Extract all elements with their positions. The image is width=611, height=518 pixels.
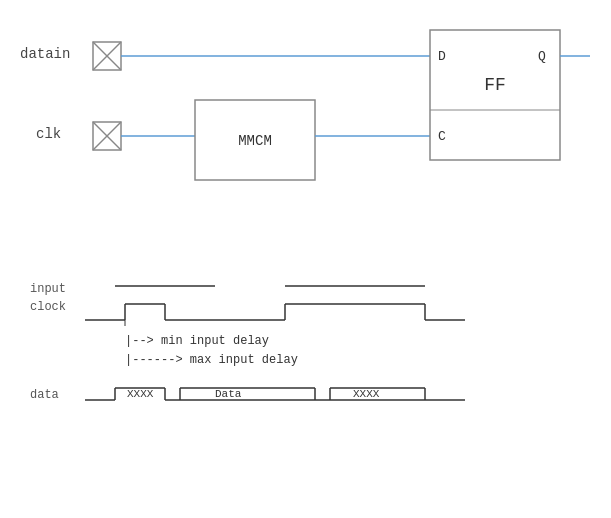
port-d-label: D bbox=[438, 49, 446, 64]
port-q-label: Q bbox=[538, 49, 546, 64]
data-row: data XXXX Data bbox=[30, 384, 611, 406]
input-signal bbox=[85, 280, 545, 298]
mmcm-label: MMCM bbox=[238, 133, 272, 149]
input-label: input bbox=[30, 280, 85, 298]
clk-label: clk bbox=[36, 126, 61, 142]
data-signal: XXXX Data XXXX bbox=[85, 384, 545, 406]
schematic-diagram: datain clk MMCM FF D Q C bbox=[0, 0, 611, 260]
svg-text:Data: Data bbox=[215, 388, 242, 400]
timing-diagram: input clock bbox=[0, 260, 611, 518]
vertical-bar-annotation: |--> min input delay |------> max input … bbox=[125, 332, 611, 370]
clock-row: clock bbox=[30, 298, 611, 326]
ff-label: FF bbox=[484, 75, 506, 95]
annotation-block: |--> min input delay |------> max input … bbox=[85, 332, 611, 370]
data-label: data bbox=[30, 386, 85, 404]
datain-label: datain bbox=[20, 46, 70, 62]
clock-label: clock bbox=[30, 298, 85, 316]
svg-text:XXXX: XXXX bbox=[353, 388, 380, 400]
max-delay-annotation: |------> max input delay bbox=[125, 351, 611, 370]
port-c-label: C bbox=[438, 129, 446, 144]
svg-text:XXXX: XXXX bbox=[127, 388, 154, 400]
input-row: input bbox=[30, 280, 611, 298]
min-delay-annotation: |--> min input delay bbox=[125, 332, 611, 351]
clock-signal bbox=[85, 298, 545, 326]
